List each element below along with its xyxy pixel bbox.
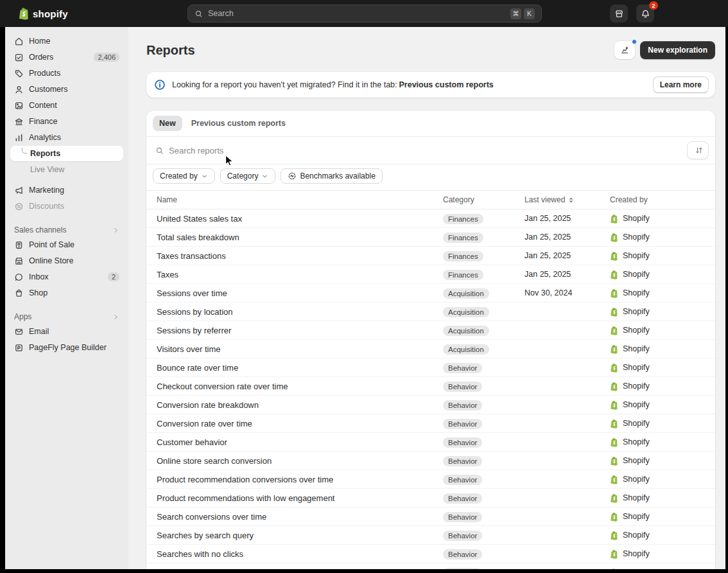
sidebar-item-email[interactable]: Email <box>10 324 123 339</box>
reports-search-input[interactable]: Search reports <box>169 146 682 155</box>
report-name-cell[interactable]: Product recommendations with low engagem… <box>157 493 443 503</box>
brand-wordmark: shopify <box>33 8 68 19</box>
sidebar-item-finance[interactable]: Finance <box>10 114 123 129</box>
created-by-cell: Shopify <box>610 531 705 540</box>
filter-created-by[interactable]: Created by <box>153 168 215 184</box>
sidebar-item-inbox[interactable]: Inbox2 <box>10 269 123 285</box>
online-store-icon <box>14 256 24 266</box>
report-name: Visitors over time <box>157 344 220 354</box>
sidebar-item-shop[interactable]: Shop <box>10 285 123 301</box>
report-name-cell[interactable]: Searches with no clicks <box>157 549 443 559</box>
category-badge: Behavior <box>443 549 482 560</box>
tabs-row: NewPrevious custom reports <box>146 110 715 137</box>
table-row[interactable]: Searches with no resultsBehavior Shopify <box>146 563 715 569</box>
report-name-cell[interactable]: Conversion rate breakdown <box>157 400 443 410</box>
table-row[interactable]: Sessions over timeAcquisitionNov 30, 202… <box>146 284 715 303</box>
shopify-logo[interactable]: shopify <box>18 7 68 20</box>
report-name-cell[interactable]: Search conversions over time <box>157 512 443 522</box>
keyboard-shortcut: ⌘ K <box>510 8 535 19</box>
report-name-cell[interactable]: Product recommendation conversions over … <box>157 475 443 484</box>
table-row[interactable]: United States sales taxFinancesJan 25, 2… <box>146 209 715 228</box>
report-name-cell[interactable]: Taxes <box>157 270 443 279</box>
table-row[interactable]: Searches by search queryBehavior Shopify <box>146 526 715 545</box>
table-row[interactable]: Searches with no clicksBehavior Shopify <box>146 545 715 563</box>
report-name-cell[interactable]: Searches with no results <box>157 568 443 570</box>
sidebar-section-apps[interactable]: Apps <box>10 310 123 324</box>
report-name-cell[interactable]: Customer behavior <box>157 437 443 447</box>
report-name-cell[interactable]: Searches by search query <box>157 531 443 540</box>
sidebar-item-customers[interactable]: Customers <box>10 82 123 97</box>
sidebar-item-live-view[interactable]: Live View <box>10 162 123 177</box>
created-by-cell: Shopify <box>610 549 705 559</box>
report-name-cell[interactable]: Online store search conversion <box>157 456 443 466</box>
report-name-cell[interactable]: Taxes transactions <box>157 251 443 261</box>
sidebar-section-sales-channels[interactable]: Sales channels <box>10 223 123 237</box>
table-row[interactable]: Product recommendation conversions over … <box>146 470 715 489</box>
report-name-cell[interactable]: United States sales tax <box>157 214 443 224</box>
table-row[interactable]: Visitors over timeAcquisition Shopify <box>146 340 715 358</box>
table-row[interactable]: Customer behaviorBehavior Shopify <box>146 433 715 452</box>
sidebar-item-content[interactable]: Content <box>10 98 123 113</box>
column-header-label: Category <box>443 195 474 204</box>
report-name: Searches with no results <box>157 568 248 570</box>
sort-button[interactable] <box>687 141 709 159</box>
new-exploration-button[interactable]: New exploration <box>640 41 715 59</box>
learn-more-button[interactable]: Learn more <box>653 76 709 93</box>
column-header-name: Name <box>157 195 443 204</box>
table-row[interactable]: Product recommendations with low engagem… <box>146 489 715 507</box>
sidebar-item-marketing[interactable]: Marketing <box>10 182 123 198</box>
sidebar-item-products[interactable]: Products <box>10 66 123 81</box>
table-row[interactable]: Online store search conversionBehavior S… <box>146 452 715 470</box>
sidebar-item-orders[interactable]: Orders2,406 <box>10 49 123 65</box>
report-name-cell[interactable]: Total sales breakdown <box>157 233 443 242</box>
notifications-button[interactable]: 2 <box>636 4 654 22</box>
customers-icon <box>14 85 24 94</box>
column-header-last-viewed[interactable]: Last viewed <box>524 195 610 204</box>
report-name-cell[interactable]: Bounce rate over time <box>157 363 443 373</box>
category-cell: Finances <box>443 213 524 224</box>
table-row[interactable]: Bounce rate over timeBehavior Shopify <box>146 358 715 377</box>
exploration-icon-button[interactable] <box>614 41 635 59</box>
report-name-cell[interactable]: Sessions over time <box>157 288 443 298</box>
main-content: Reports New exploration Looking for a re… <box>128 27 725 569</box>
table-row[interactable]: TaxesFinancesJan 25, 2025 Shopify <box>146 265 715 284</box>
table-row[interactable]: Conversion rate over timeBehavior Shopif… <box>146 414 715 433</box>
table-row[interactable]: Sessions by referrerAcquisition Shopify <box>146 321 715 340</box>
search-icon <box>195 10 203 18</box>
shopify-logo-icon <box>610 549 618 559</box>
sidebar-item-discounts[interactable]: Discounts <box>10 198 123 214</box>
table-row[interactable]: Conversion rate breakdownBehavior Shopif… <box>146 396 715 414</box>
filter-category[interactable]: Category <box>220 168 276 184</box>
table-row[interactable]: Taxes transactionsFinancesJan 25, 2025 S… <box>146 247 715 265</box>
sidebar-item-home[interactable]: Home <box>10 33 123 49</box>
global-search-input[interactable]: Search ⌘ K <box>187 4 542 22</box>
report-name-cell[interactable]: Conversion rate over time <box>157 419 443 428</box>
table-row[interactable]: Search conversions over timeBehavior Sho… <box>146 507 715 526</box>
report-name: United States sales tax <box>157 214 242 224</box>
created-by-cell: Shopify <box>610 288 705 298</box>
chevron-right-icon <box>112 313 119 321</box>
table-row[interactable]: Sessions by locationAcquisition Shopify <box>146 303 715 321</box>
report-name-cell[interactable]: Sessions by location <box>157 307 443 317</box>
created-by-cell: Shopify <box>610 251 705 261</box>
sidebar-item-reports[interactable]: Reports <box>10 146 123 161</box>
tab-new[interactable]: New <box>153 116 182 131</box>
table-row[interactable]: Total sales breakdownFinancesJan 25, 202… <box>146 228 715 247</box>
category-badge: Behavior <box>443 363 482 373</box>
report-name: Sessions by location <box>157 307 233 317</box>
sidebar-item-online-store[interactable]: Online Store <box>10 253 123 269</box>
report-name-cell[interactable]: Visitors over time <box>157 344 443 354</box>
report-name-cell[interactable]: Sessions by referrer <box>157 326 443 335</box>
table-row[interactable]: Checkout conversion rate over timeBehavi… <box>146 377 715 396</box>
sidebar-item-analytics[interactable]: Analytics <box>10 130 123 145</box>
pos-icon <box>14 240 24 250</box>
report-name-cell[interactable]: Checkout conversion rate over time <box>157 382 443 391</box>
sidebar-item-pagefly-page-builder[interactable]: PageFly Page Builder <box>10 340 123 355</box>
filter-label: Category <box>227 172 259 181</box>
store-menu-button[interactable] <box>610 4 628 22</box>
tab-previous-custom-reports[interactable]: Previous custom reports <box>185 116 292 131</box>
filter-benchmarks-available[interactable]: Benchmarks available <box>281 168 382 184</box>
sidebar-item-point-of-sale[interactable]: Point of Sale <box>10 237 123 252</box>
last-viewed-date: Jan 25, 2025 <box>524 233 571 242</box>
last-viewed-cell: Jan 25, 2025 <box>524 233 610 242</box>
